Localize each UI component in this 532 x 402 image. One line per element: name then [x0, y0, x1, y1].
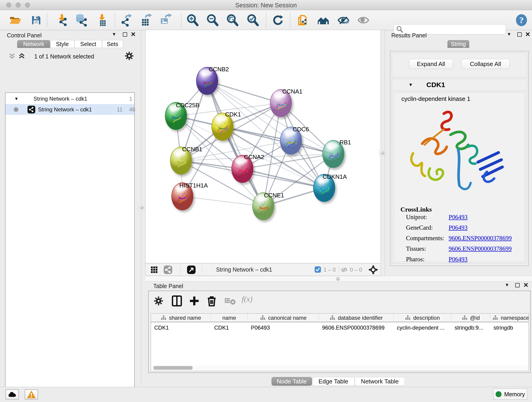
zoom-out-button[interactable] [206, 13, 219, 27]
node-label-CCNA1: CCNA1 [282, 88, 302, 95]
column-label: database identifier [338, 315, 383, 321]
zoom-selected-button[interactable] [246, 13, 260, 27]
show-columns-icon[interactable] [172, 295, 182, 307]
network-options-gear-icon[interactable] [125, 51, 134, 61]
table-cell[interactable]: cyclin-dependent ... [394, 323, 451, 333]
table-settings-gear-icon[interactable] [154, 296, 163, 306]
section-collapse-icon[interactable]: ▼ [409, 82, 413, 87]
network-collection-row[interactable]: ▼ String Network – cdk1 1 [6, 93, 134, 104]
network-row-selected[interactable]: String Network – cdk1 11 48 [6, 104, 134, 115]
open-in-new-window-button[interactable] [186, 265, 196, 275]
column-header--id[interactable]: @id [451, 313, 490, 322]
crosslink-link[interactable]: P06493 [449, 224, 468, 231]
selected-checkbox-icon[interactable] [314, 266, 321, 273]
table-cell[interactable]: P06493 [248, 323, 319, 333]
tab-style[interactable]: Style [50, 40, 75, 48]
delete-column-trash-icon[interactable] [206, 295, 217, 307]
open-session-button[interactable] [9, 13, 22, 27]
control-panel-float-icon[interactable] [123, 32, 127, 37]
node-label-CCNE1: CCNE1 [264, 192, 284, 199]
import-network-from-file-button[interactable] [55, 13, 69, 27]
expand-all-button[interactable]: Expand All [409, 59, 453, 69]
birds-eye-view-button[interactable] [149, 265, 159, 275]
column-label: @id [470, 315, 480, 321]
toolbar-separator [290, 13, 290, 27]
results-panel-close-icon[interactable]: ✕ [525, 31, 530, 38]
column-header-shared-name[interactable]: shared name [151, 313, 211, 322]
crosslink-link[interactable]: P06493 [449, 214, 468, 221]
fit-content-crosshair-icon[interactable] [368, 265, 378, 274]
column-header-name[interactable]: name [211, 313, 248, 322]
memory-button[interactable]: Memory [493, 389, 527, 400]
results-panel-collapse-icon[interactable]: ▼ [507, 32, 511, 37]
warning-button[interactable] [25, 389, 38, 400]
status-bar: Memory [0, 387, 532, 402]
control-panel-close-icon[interactable]: ✕ [131, 31, 136, 38]
node-description: cyclin-dependent kinase 1 [401, 95, 470, 102]
hide-selected-button[interactable] [336, 13, 350, 27]
table-cell[interactable]: stringdb:9... [451, 323, 490, 333]
left-splitter-handle[interactable] [138, 204, 145, 211]
duplicate-network-button[interactable] [296, 13, 310, 27]
zoom-fit-button[interactable] [225, 13, 239, 27]
zoom-in-button[interactable] [186, 13, 199, 27]
node-section-header[interactable]: ▼ CDK1 [392, 79, 527, 91]
control-panel-collapse-icon[interactable]: ▼ [112, 32, 116, 37]
node-table[interactable]: shared namenamecanonical namedatabase id… [151, 313, 529, 371]
create-column-plus-icon[interactable] [189, 296, 200, 306]
export-network-button[interactable] [119, 13, 133, 27]
protein-structure-thumbnail [174, 153, 189, 171]
tab-node-table[interactable]: Node Table [272, 377, 312, 386]
network-label: String Network – cdk1 [38, 106, 92, 113]
results-panel-title: Results Panel [391, 32, 427, 39]
string-tab-icon[interactable] [163, 265, 173, 275]
export-image-button[interactable] [159, 13, 173, 27]
table-row[interactable]: CDK1CDK1P064939606.ENSP00000378699cyclin… [151, 323, 529, 333]
table-cell[interactable]: 9606.ENSP00000378699 [319, 323, 394, 333]
tab-edge-table[interactable]: Edge Table [312, 377, 355, 386]
table-panel-float-icon[interactable] [515, 283, 520, 287]
crosslink-link[interactable]: 9606.ENSP00000378699 [449, 235, 512, 242]
crosslink-label: Pharos: [406, 256, 424, 263]
horizontal-splitter[interactable] [145, 276, 532, 281]
tab-network[interactable]: Network [17, 40, 50, 48]
toolbar-separator [47, 13, 47, 27]
crosslink-link[interactable]: 9606.ENSP00000378699 [449, 245, 512, 252]
cloud-button[interactable] [6, 389, 19, 400]
main-toolbar: ? [0, 10, 532, 30]
import-network-from-database-button[interactable] [75, 13, 88, 27]
tab-sets[interactable]: Sets [102, 40, 123, 48]
table-cell[interactable]: stringdb [490, 323, 529, 333]
table-panel-collapse-icon[interactable]: ▼ [505, 282, 509, 288]
scrollbar-thumb[interactable] [153, 366, 193, 370]
column-type-icon [161, 315, 167, 321]
results-panel-float-icon[interactable] [517, 32, 522, 37]
column-header-database-identifier[interactable]: database identifier [319, 313, 394, 322]
column-header-namespace[interactable]: namespace [490, 313, 529, 322]
table-cell[interactable]: CDK1 [151, 323, 211, 333]
tab-string[interactable]: String [447, 40, 469, 48]
column-header-canonical-name[interactable]: canonical name [248, 313, 319, 322]
crosslink-link[interactable]: P06493 [449, 256, 468, 263]
node-result-section: ▼ CDK1 cyclin-dependent kinase 1 CrossLi… [392, 79, 527, 264]
table-cell[interactable]: CDK1 [211, 323, 248, 333]
refresh-view-button[interactable] [271, 13, 285, 27]
table-panel-title: Table Panel [153, 283, 183, 289]
import-table-from-file-button[interactable] [95, 13, 109, 27]
tab-network-table[interactable]: Network Table [355, 377, 405, 386]
table-box: f(x) shared namenamecanonical namedataba… [148, 291, 531, 373]
save-session-button[interactable] [29, 13, 43, 27]
export-table-button[interactable] [139, 13, 153, 27]
collection-expand-icon[interactable]: ▼ [14, 96, 19, 101]
show-all-button[interactable] [356, 13, 370, 27]
hidden-count: 0 – 0 [350, 267, 362, 273]
tab-select[interactable]: Select [75, 40, 102, 48]
network-canvas[interactable]: CCNB2CCNA1CDC25BCDK1CDC6RB1CCNB1CCNA2CDK… [145, 30, 381, 263]
collapse-all-button[interactable]: Collapse All [461, 59, 510, 69]
collection-label: String Network – cdk1 [33, 96, 87, 102]
table-horizontal-scrollbar[interactable] [152, 365, 528, 370]
table-panel-close-icon[interactable]: ✕ [523, 281, 529, 289]
column-header-description[interactable]: description [394, 313, 451, 322]
help-button[interactable]: ? [515, 13, 528, 27]
first-neighbors-button[interactable] [317, 13, 330, 27]
